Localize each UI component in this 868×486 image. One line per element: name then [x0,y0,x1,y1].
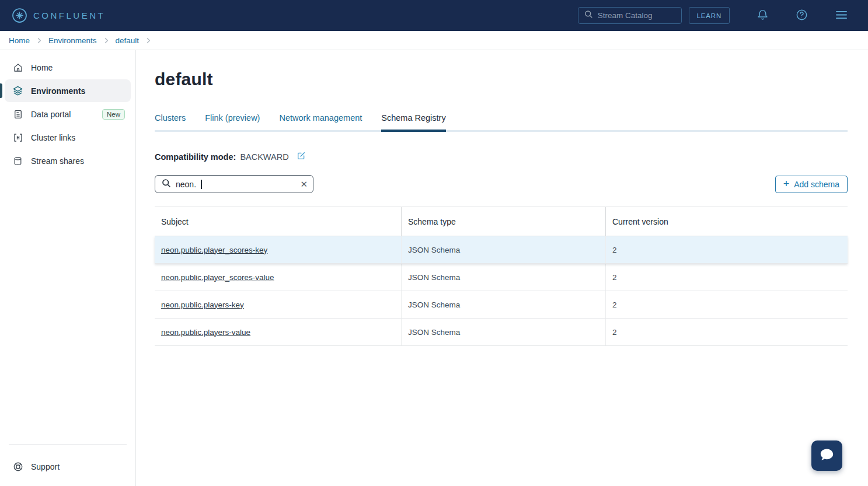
clear-search-button[interactable]: ✕ [300,180,308,188]
sidebar: Home Environments Data portal New [0,50,136,486]
help-button[interactable] [796,9,808,23]
sidebar-item-label: Environments [31,86,131,96]
breadcrumb-home[interactable]: Home [9,36,30,45]
chat-widget-button[interactable] [811,440,842,471]
sidebar-item-cluster-links[interactable]: Cluster links [5,126,131,149]
column-header-schema-type: Schema type [401,207,605,236]
table-row[interactable]: neon.public.player_scores-value JSON Sch… [155,264,848,291]
database-icon [12,155,23,166]
learn-button[interactable]: LEARN [689,7,730,24]
current-version-cell: 2 [605,236,848,263]
text-cursor [201,180,202,189]
brand-name: CONFLUENT [33,11,105,20]
current-version-cell: 2 [605,291,848,318]
notifications-button[interactable] [757,9,769,23]
schema-search-input[interactable]: neon. ✕ [155,175,313,193]
breadcrumb: Home Environments default [0,31,868,50]
question-circle-icon [796,9,808,23]
page-title: default [155,69,848,89]
sidebar-item-environments[interactable]: Environments [5,79,131,102]
sidebar-item-support[interactable]: Support [5,455,131,478]
sidebar-item-label: Stream shares [31,156,131,166]
stream-catalog-input[interactable] [598,11,675,20]
sidebar-item-label: Home [31,63,131,72]
compatibility-mode-label: Compatibility mode: [155,152,236,162]
layers-icon [12,85,23,96]
schema-type-cell: JSON Schema [401,291,605,318]
add-schema-label: Add schema [794,180,839,189]
table-body: neon.public.player_scores-key JSON Schem… [155,236,848,346]
column-header-subject: Subject [155,207,401,236]
hamburger-icon [835,9,848,22]
top-navigation: CONFLUENT LEARN [0,0,868,31]
chevron-right-icon [37,37,41,44]
sidebar-item-label: Support [31,462,131,471]
sidebar-item-label: Data portal [31,110,95,119]
confluent-logo-icon [12,8,27,23]
tab-schema-registry[interactable]: Schema Registry [381,113,445,130]
table-header: Subject Schema type Current version [155,207,848,236]
sidebar-item-home[interactable]: Home [5,56,131,79]
compatibility-mode-row: Compatibility mode: BACKWARD [155,151,848,162]
schema-type-cell: JSON Schema [401,319,605,345]
plus-icon: + [783,179,790,189]
document-icon [12,109,23,120]
column-header-current-version: Current version [605,207,848,236]
tab-clusters[interactable]: Clusters [155,113,186,130]
add-schema-button[interactable]: + Add schema [775,176,848,193]
schema-type-cell: JSON Schema [401,264,605,291]
sidebar-item-label: Cluster links [31,133,131,142]
current-version-cell: 2 [605,319,848,345]
compatibility-mode-value: BACKWARD [240,152,288,162]
search-icon [584,10,593,21]
table-row[interactable]: neon.public.players-value JSON Schema 2 [155,319,848,346]
subject-link[interactable]: neon.public.player_scores-key [161,246,267,254]
edit-compatibility-button[interactable] [297,151,306,162]
search-icon [162,179,171,190]
lifebuoy-icon [12,461,23,472]
sidebar-divider [9,444,127,445]
tab-network-management[interactable]: Network management [279,113,362,130]
close-icon: ✕ [300,179,308,189]
search-query-text: neon. [176,180,196,189]
schemas-table: Subject Schema type Current version neon… [155,207,848,346]
bell-icon [757,9,769,23]
stream-catalog-search[interactable] [578,7,682,24]
table-row[interactable]: neon.public.players-key JSON Schema 2 [155,291,848,319]
hamburger-menu-button[interactable] [835,9,848,22]
subject-link[interactable]: neon.public.players-value [161,328,250,337]
subject-link[interactable]: neon.public.players-key [161,300,244,309]
tab-flink-preview[interactable]: Flink (preview) [205,113,260,130]
breadcrumb-environments[interactable]: Environments [48,36,97,45]
breadcrumb-default[interactable]: default [116,36,140,45]
chevron-right-icon [146,37,151,44]
table-row[interactable]: neon.public.player_scores-key JSON Schem… [155,236,848,264]
sidebar-item-stream-shares[interactable]: Stream shares [5,149,131,172]
home-icon [12,62,23,73]
cluster-links-icon [12,132,23,143]
sidebar-item-data-portal[interactable]: Data portal New [5,103,131,125]
chat-bubble-icon [819,447,835,464]
new-badge: New [102,109,125,120]
main-content: default Clusters Flink (preview) Network… [136,50,868,486]
tab-bar: Clusters Flink (preview) Network managem… [155,113,848,132]
current-version-cell: 2 [605,264,848,291]
subject-link[interactable]: neon.public.player_scores-value [161,273,274,282]
schema-type-cell: JSON Schema [401,236,605,263]
chevron-right-icon [104,37,109,44]
confluent-logo[interactable]: CONFLUENT [12,8,105,23]
edit-icon [297,151,306,162]
